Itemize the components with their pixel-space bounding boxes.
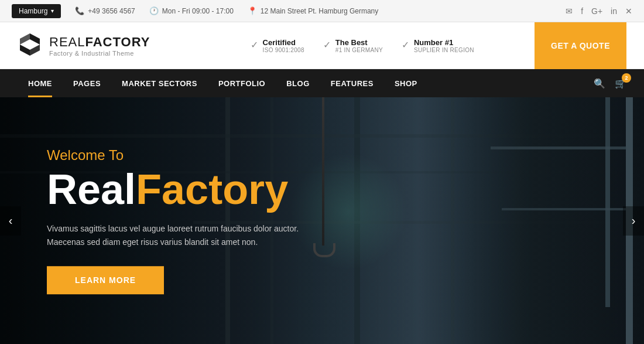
clock-icon: 🕐 — [149, 6, 159, 15]
linkedin-icon[interactable]: in — [611, 6, 617, 16]
nav-item-pages[interactable]: PAGES — [63, 69, 111, 97]
cart-badge: 2 — [622, 73, 631, 83]
check-icon-3: ✓ — [402, 39, 409, 50]
search-icon[interactable]: 🔍 — [594, 78, 605, 89]
nav-item-market-sectors[interactable]: MARKET SECTORS — [111, 69, 208, 97]
twitter-icon[interactable]: ✕ — [625, 6, 632, 16]
cart-wrapper[interactable]: 🛒 2 — [615, 78, 626, 89]
address-text: 12 Main Street Pt. Hamburg Germany — [261, 7, 378, 15]
address-info: 📍 12 Main Street Pt. Hamburg Germany — [248, 6, 378, 15]
facebook-icon[interactable]: f — [581, 6, 583, 16]
nav-item-portfolio[interactable]: PORTFOLIO — [208, 69, 276, 97]
phone-number: +49 3656 4567 — [88, 7, 135, 15]
phone-icon: 📞 — [75, 6, 84, 15]
logo-text: REALFACTORY Factory & Industrial Theme — [49, 35, 150, 57]
header-badges: ✓ Ceritified ISO 9001:2008 ✓ The Best #1… — [190, 38, 535, 53]
svg-marker-1 — [20, 33, 30, 45]
svg-marker-2 — [20, 45, 30, 56]
navigation: HOME PAGES MARKET SECTORS PORTFOLIO BLOG… — [0, 69, 644, 97]
badge-certified-text: Ceritified ISO 9001:2008 — [263, 38, 304, 53]
nav-links: HOME PAGES MARKET SECTORS PORTFOLIO BLOG… — [18, 69, 428, 97]
logo-area: REALFACTORY Factory & Industrial Theme — [18, 32, 190, 59]
location-pin-icon: 📍 — [248, 6, 257, 15]
check-icon-2: ✓ — [323, 39, 331, 50]
slider-arrow-right[interactable]: › — [623, 206, 644, 236]
header: REALFACTORY Factory & Industrial Theme ✓… — [0, 22, 644, 69]
hero-title-white: Real — [47, 166, 136, 213]
chevron-down-icon: ▾ — [51, 8, 54, 14]
hero-subtitle: Welcome To — [47, 147, 299, 164]
nav-item-home[interactable]: HOME — [18, 69, 63, 97]
nav-item-features[interactable]: FEATURES — [320, 69, 384, 97]
hero-section: ‹ Welcome To RealFactory Vivamus sagitti… — [0, 97, 644, 344]
badge-best-text: The Best #1 IN GERMANY — [335, 38, 383, 53]
logo-icon[interactable] — [18, 32, 42, 59]
nav-right: 🔍 🛒 2 — [594, 78, 626, 89]
badge-number1: ✓ Number #1 SUPLIER IN REGION — [402, 38, 474, 53]
email-icon[interactable]: ✉ — [566, 6, 573, 16]
svg-marker-0 — [30, 33, 40, 45]
brand-name: REALFACTORY — [49, 35, 150, 50]
get-quote-button[interactable]: Get A Quote — [535, 22, 626, 69]
location-dropdown[interactable]: Hamburg ▾ — [12, 4, 61, 18]
learn-more-button[interactable]: Learn More — [47, 266, 164, 294]
hours-text: Mon - Fri 09:00 - 17:00 — [162, 7, 234, 15]
phone-info: 📞 +49 3656 4567 — [75, 6, 135, 15]
location-label: Hamburg — [19, 7, 47, 15]
googleplus-icon[interactable]: G+ — [591, 6, 602, 16]
badge-number1-text: Number #1 SUPLIER IN REGION — [414, 38, 474, 53]
top-bar-left: Hamburg ▾ 📞 +49 3656 4567 🕐 Mon - Fri 09… — [12, 4, 378, 18]
badge-best: ✓ The Best #1 IN GERMANY — [323, 38, 383, 53]
hours-info: 🕐 Mon - Fri 09:00 - 17:00 — [149, 6, 234, 15]
hero-title-yellow: Factory — [136, 166, 288, 213]
social-links: ✉ f G+ in ✕ — [566, 6, 632, 16]
nav-item-blog[interactable]: BLOG — [276, 69, 320, 97]
hero-title: RealFactory — [47, 168, 299, 210]
top-bar: Hamburg ▾ 📞 +49 3656 4567 🕐 Mon - Fri 09… — [0, 0, 644, 22]
svg-marker-3 — [30, 45, 40, 56]
badge-certified: ✓ Ceritified ISO 9001:2008 — [251, 38, 304, 53]
hero-description: Vivamus sagittis lacus vel augue laoreet… — [47, 222, 299, 250]
check-icon-1: ✓ — [251, 39, 258, 50]
nav-item-shop[interactable]: SHOP — [384, 69, 428, 97]
slider-arrow-left[interactable]: ‹ — [0, 206, 21, 236]
brand-tagline: Factory & Industrial Theme — [49, 50, 150, 57]
hero-content: Welcome To RealFactory Vivamus sagittis … — [47, 147, 299, 295]
